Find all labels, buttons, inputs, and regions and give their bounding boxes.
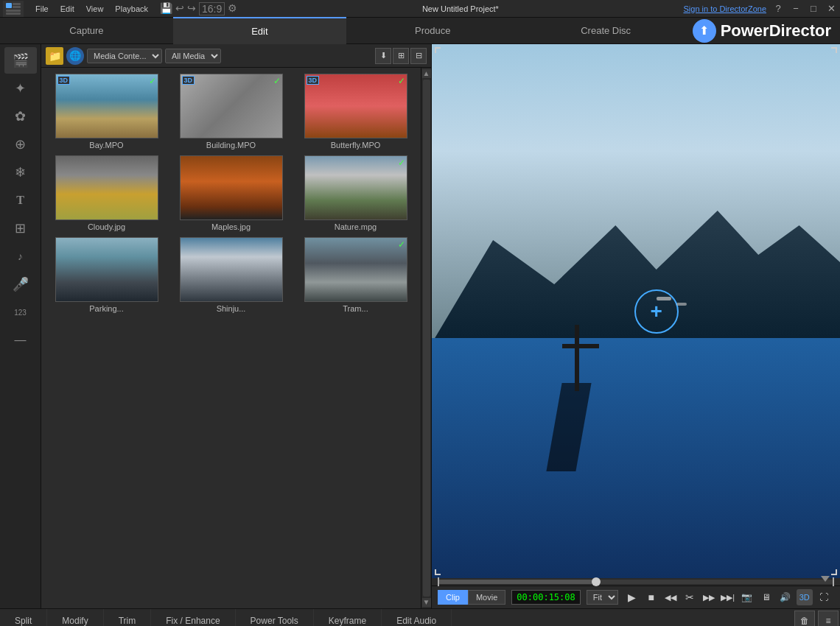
corner-tl [435, 47, 441, 53]
label-bay: Bay.MPO [89, 141, 123, 150]
media-filter-dropdown[interactable]: All Media [165, 49, 221, 63]
dock-post [575, 325, 579, 391]
tab-produce[interactable]: Produce [346, 18, 519, 44]
fit-dropdown[interactable]: Fit [587, 590, 618, 605]
scrollbar[interactable]: ▲ ▼ [421, 68, 431, 608]
globe-button[interactable]: 🌐 [66, 47, 84, 65]
output-button[interactable]: 🖥 [758, 589, 774, 605]
media-toolbar: 📁 🌐 Media Conte... All Media ⬇ ⊞ ⊟ [41, 44, 431, 68]
sidebar-btn-pip[interactable]: ⊕ [4, 131, 37, 158]
label-parking2: Shinju... [217, 304, 246, 313]
grid-view-button[interactable]: ⊞ [393, 48, 409, 64]
stop-button[interactable]: ■ [643, 589, 659, 605]
movie-button[interactable]: Movie [468, 590, 505, 605]
timeline-section: Split Modify Trim Fix / Enhance Power To… [0, 608, 840, 626]
tl-tab-trim[interactable]: Trim [104, 609, 152, 627]
tl-tab-edit-audio[interactable]: Edit Audio [382, 609, 452, 627]
collapse-button[interactable]: ⊟ [410, 48, 427, 64]
tl-tab-power-tools[interactable]: Power Tools [236, 609, 314, 627]
preview-area: + [432, 44, 840, 608]
slider-end-mark [833, 577, 834, 586]
view-buttons: ⬇ ⊞ ⊟ [375, 48, 427, 64]
label-parking1: Parking... [89, 304, 123, 313]
next-frame-button[interactable]: ▶▶ [701, 589, 717, 605]
sidebar-btn-captions[interactable]: — [4, 327, 37, 354]
clip-button[interactable]: Clip [438, 590, 468, 605]
play-button[interactable]: ▶ [624, 589, 640, 605]
menu-edit[interactable]: Edit [55, 3, 80, 15]
label-cloudy: Cloudy.jpg [88, 222, 125, 231]
snapshot-button[interactable]: 📷 [739, 589, 755, 605]
tl-tab-split[interactable]: Split [0, 609, 47, 627]
trim-button[interactable]: ✂ [682, 589, 698, 605]
svg-rect-5 [6, 13, 21, 15]
fullscreen-button[interactable]: ⛶ [816, 589, 832, 605]
tab-create-disc[interactable]: Create Disc [519, 18, 693, 44]
sidebar-btn-particles[interactable]: ❄ [4, 159, 37, 186]
prev-frame-button[interactable]: ◀◀ [662, 589, 679, 605]
media-item-parking2[interactable]: Shinju... [172, 237, 290, 313]
3d-button[interactable]: 3D [797, 589, 813, 605]
tl-menu-button[interactable]: ≡ [818, 611, 839, 627]
scroll-up[interactable]: ▲ [422, 69, 431, 78]
preview-controls: Clip Movie 00:00:15:08 Fit ▶ ■ ◀◀ ✂ ▶▶ ▶… [432, 585, 840, 608]
tl-tab-modify[interactable]: Modify [47, 609, 103, 627]
media-item-tram[interactable]: ✓ Tram... [296, 237, 415, 313]
media-item-building[interactable]: 3D ✓ Building.MPO [172, 74, 290, 150]
media-item-cloudy[interactable]: Cloudy.jpg [47, 155, 166, 231]
check-butterfly: ✓ [398, 76, 405, 86]
help-icon[interactable]: ? [772, 3, 784, 15]
timecode-display: 00:00:15:08 [511, 590, 580, 605]
fast-forward-button[interactable]: ▶▶| [720, 589, 736, 605]
tab-capture[interactable]: Capture [0, 18, 173, 44]
menu-view[interactable]: View [80, 3, 110, 15]
sidebar-btn-media[interactable]: 🎬 [4, 47, 37, 74]
minimize-icon[interactable]: − [790, 3, 802, 15]
label-butterfly: Butterfly.MPO [331, 141, 381, 150]
media-item-maples[interactable]: Maples.jpg [172, 155, 290, 231]
media-item-bay[interactable]: 3D ✓ Bay.MPO [47, 74, 166, 150]
preview-video: + [432, 44, 840, 578]
menu-right: Sign in to DirectorZone ? − □ ✕ [684, 3, 838, 15]
media-item-parking1[interactable]: Parking... [47, 237, 166, 313]
menu-playback[interactable]: Playback [109, 3, 154, 15]
media-item-nature[interactable]: ✓ Nature.mpg [296, 155, 415, 231]
sidebar-btn-subtitles[interactable]: 123 [4, 299, 37, 326]
close-icon[interactable]: ✕ [825, 3, 837, 15]
sidebar-btn-effects[interactable]: ✿ [4, 103, 37, 130]
badge-3d-butterfly: 3D [307, 76, 320, 85]
brand-area: ⬆ PowerDirector [693, 19, 840, 43]
tab-edit[interactable]: Edit [173, 17, 346, 45]
label-building: Building.MPO [206, 141, 256, 150]
sidebar-btn-mic[interactable]: 🎤 [4, 271, 37, 298]
timeline-toolbar: Split Modify Trim Fix / Enhance Power To… [0, 609, 840, 626]
svg-rect-4 [6, 10, 21, 12]
brand-name: PowerDirector [721, 21, 831, 41]
import-button[interactable]: ⬇ [375, 48, 391, 64]
sidebar-btn-audio[interactable]: ♪ [4, 243, 37, 270]
tl-tab-fix-enhance[interactable]: Fix / Enhance [151, 609, 235, 627]
tl-tab-keyframe[interactable]: Keyframe [314, 609, 382, 627]
scroll-down[interactable]: ▼ [422, 598, 431, 607]
window-title: New Untitled Project* [422, 4, 499, 13]
media-item-butterfly[interactable]: 3D ✓ Butterfly.MPO [296, 74, 415, 150]
folder-button[interactable]: 📁 [46, 47, 63, 65]
thumbnail-building: 3D ✓ [180, 74, 283, 138]
tl-trash-button[interactable]: 🗑 [794, 611, 815, 627]
maximize-icon[interactable]: □ [808, 3, 819, 15]
scroll-thumb[interactable] [423, 80, 430, 597]
sidebar-btn-chapters[interactable]: ⊞ [4, 215, 37, 242]
sidebar-btn-titles[interactable]: T [4, 187, 37, 214]
svg-rect-3 [13, 6, 21, 8]
content-type-dropdown[interactable]: Media Conte... [87, 49, 162, 63]
sign-in-link[interactable]: Sign in to DirectorZone [684, 4, 767, 13]
app-icon [3, 1, 24, 17]
check-bay: ✓ [149, 76, 156, 86]
corner-bl [435, 569, 441, 575]
check-building: ✓ [273, 76, 281, 86]
menu-file[interactable]: File [29, 3, 55, 15]
sidebar-btn-transitions[interactable]: ✦ [4, 75, 37, 102]
thumbnail-parking2 [180, 237, 283, 302]
volume-button[interactable]: 🔊 [777, 589, 794, 605]
preview-slider[interactable] [438, 580, 834, 584]
